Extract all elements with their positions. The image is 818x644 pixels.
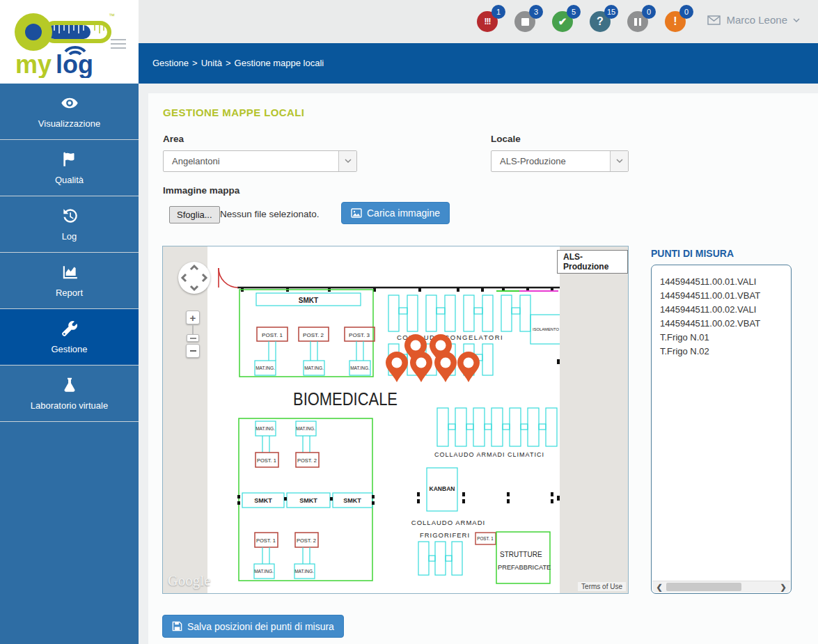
zoom-slider-thumb[interactable]: [187, 334, 199, 342]
save-icon: [172, 621, 182, 631]
badge-warning[interactable]: ! 0: [665, 11, 686, 32]
area-select-value: Angelantoni: [164, 156, 338, 166]
breadcrumb-separator: >: [226, 58, 231, 68]
user-menu[interactable]: Marco Leone: [707, 14, 800, 26]
upload-image-button[interactable]: Carica immagine: [341, 202, 450, 224]
badge-unknown[interactable]: ? 15: [590, 11, 611, 32]
frigoriferi-machines: [418, 542, 462, 575]
post2-label: POST. 2: [297, 457, 317, 464]
mating-label: MAT.ING.: [255, 366, 275, 370]
badge-critical[interactable]: !!! 1: [477, 11, 498, 32]
horizontal-scrollbar[interactable]: ❮ ❯: [652, 581, 790, 592]
scroll-right-arrow[interactable]: ❯: [778, 581, 789, 592]
mylog-logo-icon: ™ my log: [13, 6, 117, 78]
main-content: GESTIONE MAPPE LOCALI Area Angelantoni L…: [139, 84, 818, 644]
sidebar-item-laboratorio-virtuale[interactable]: Laboratorio virtuale: [0, 366, 139, 422]
post1-label: POST. 1: [257, 457, 276, 464]
badge-count: 0: [642, 5, 656, 19]
breadcrumb: Gestione>Unità>Gestione mappe locali: [139, 43, 818, 84]
post1-label: POST. 1: [262, 332, 283, 338]
map-zoom-control: +: [186, 311, 200, 358]
badge-count: 5: [567, 5, 581, 19]
status-badges: !!! 1 3 ✔ 5 ? 15 0 ! 0: [477, 11, 686, 32]
locale-label: Locale: [491, 134, 521, 144]
biomedicale-label: BIOMEDICALE: [293, 388, 398, 409]
breadcrumb-unita[interactable]: Unità: [201, 58, 222, 68]
floor-plan-drawing: SMKT POST. 1 POST. 2 POST. 3 MAT.ING. MA…: [207, 246, 560, 594]
save-positions-button[interactable]: Salva posizioni dei punti di misura: [162, 615, 344, 638]
breadcrumb-current: Gestione mappe locali: [235, 58, 324, 68]
pan-arrows-icon: [178, 262, 210, 294]
measure-point-pin[interactable]: [457, 352, 480, 382]
breadcrumb-separator: >: [192, 58, 198, 68]
punti-di-misura-title: PUNTI DI MISURA: [651, 248, 734, 259]
sidebar-item-report[interactable]: Report: [0, 253, 139, 309]
sidebar-item-log[interactable]: Log: [0, 196, 139, 253]
scrollbar-thumb[interactable]: [666, 583, 741, 591]
envelope-icon: [707, 15, 721, 25]
measure-point-pin[interactable]: [386, 352, 408, 382]
badge-stopped[interactable]: 3: [514, 11, 535, 32]
climatici-machines: [437, 408, 557, 446]
list-item[interactable]: 1445944511.00.02.VALI: [660, 303, 791, 317]
upload-image-label: Carica immagine: [367, 207, 440, 219]
badge-ok[interactable]: ✔ 5: [552, 11, 573, 32]
list-item[interactable]: 1445944511.00.01.VBAT: [660, 289, 791, 303]
logo-tm: ™: [109, 13, 115, 19]
badge-count: 3: [529, 5, 543, 19]
no-file-text: Nessun file selezionato.: [220, 209, 320, 219]
list-item[interactable]: T.Frigo N.01: [660, 331, 791, 345]
alignment-marks: [417, 492, 560, 503]
zoom-out-button[interactable]: [186, 344, 200, 358]
zoom-in-button[interactable]: +: [186, 311, 200, 324]
mating-label: MAT.ING.: [294, 569, 314, 574]
list-item[interactable]: 1445944511.00.02.VBAT: [660, 317, 791, 331]
map-image-label: Immagine mappa: [163, 185, 239, 196]
connector-lines: [262, 436, 310, 453]
zoom-slider-track[interactable]: [192, 324, 194, 334]
history-icon: [61, 207, 79, 225]
sidebar: Visualizzazione Qualità Log Report Gesti…: [0, 84, 139, 644]
image-icon: [351, 208, 362, 218]
eye-icon: [61, 94, 79, 112]
measure-point-pin[interactable]: [434, 352, 457, 382]
smkt-label: SMKT: [299, 297, 318, 304]
terms-of-use-link[interactable]: Terms of Use: [578, 582, 626, 591]
post1-label: POST. 1: [477, 536, 494, 541]
sidebar-item-visualizzazione[interactable]: Visualizzazione: [0, 84, 139, 140]
breadcrumb-gestione[interactable]: Gestione: [152, 58, 189, 68]
google-watermark: Google: [168, 573, 211, 589]
edge-mark: [557, 359, 560, 364]
sidebar-item-label: Gestione: [51, 344, 87, 354]
locale-select[interactable]: ALS-Produzione: [491, 150, 629, 172]
map-pan-control[interactable]: [178, 262, 210, 294]
measure-point-pin[interactable]: [410, 352, 432, 382]
map-canvas[interactable]: SMKT POST. 1 POST. 2 POST. 3 MAT.ING. MA…: [162, 246, 629, 594]
floor-plan: SMKT POST. 1 POST. 2 POST. 3 MAT.ING. MA…: [207, 246, 560, 594]
mating-label: MAT.ING.: [296, 426, 315, 431]
area-select[interactable]: Angelantoni: [163, 150, 357, 172]
post1-label: POST. 1: [256, 537, 276, 544]
hamburger-menu-icon[interactable]: [111, 36, 126, 52]
mating-label: MAT.ING.: [350, 366, 370, 370]
browse-button[interactable]: Sfoglia...: [169, 206, 220, 223]
mylog-logo: ™ my log: [13, 6, 117, 81]
prefabbricate-label: PREFABBRICATE: [498, 564, 551, 571]
area-label: Area: [163, 134, 184, 144]
map-locale-label: ALS-Produzione: [557, 250, 628, 274]
chevron-down-icon: [793, 18, 800, 22]
sidebar-item-gestione[interactable]: Gestione: [0, 309, 139, 366]
flask-icon: [61, 376, 79, 394]
sidebar-item-label: Log: [62, 231, 77, 242]
locale-select-value: ALS-Produzione: [491, 156, 610, 166]
kanban-label: KANBAN: [430, 485, 455, 492]
sidebar-item-qualita[interactable]: Qualità: [0, 140, 139, 196]
list-item[interactable]: 1445944511.00.01.VALI: [660, 275, 791, 289]
page-title: GESTIONE MAPPE LOCALI: [163, 107, 304, 118]
logo-my-text: my: [15, 50, 52, 78]
scroll-left-arrow[interactable]: ❮: [654, 581, 665, 592]
badge-paused[interactable]: 0: [627, 11, 648, 32]
list-item[interactable]: T.Frigo N.02: [660, 345, 791, 359]
mating-label: MAT.ING.: [255, 426, 275, 431]
area-chart-icon: [61, 263, 79, 281]
